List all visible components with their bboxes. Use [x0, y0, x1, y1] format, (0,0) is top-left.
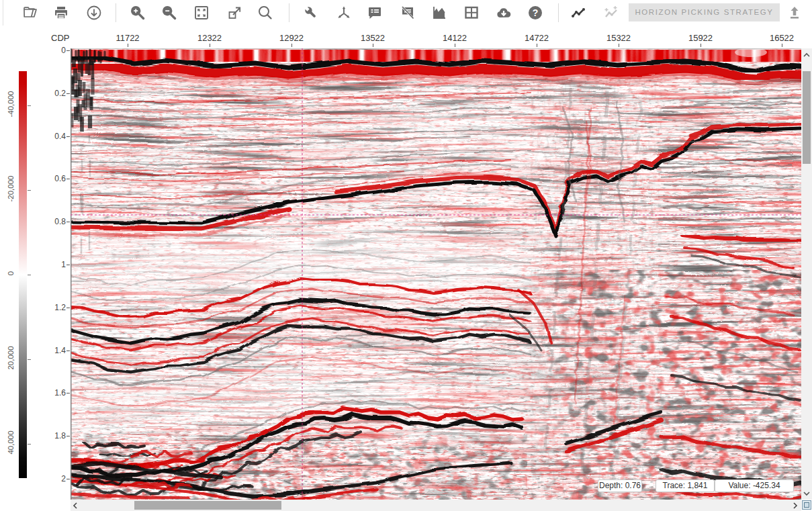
svg-text:?: ?	[533, 7, 539, 18]
